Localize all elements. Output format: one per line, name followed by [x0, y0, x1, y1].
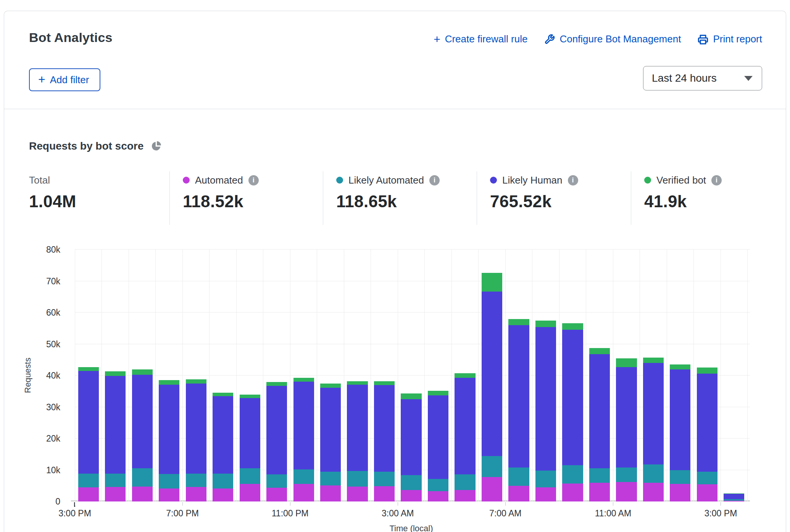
bar-segment-verified[interactable]	[562, 323, 583, 330]
bar-segment-automated[interactable]	[616, 482, 637, 501]
bar-segment-verified[interactable]	[508, 319, 529, 325]
stacked-bar-300pm[interactable]	[78, 250, 99, 501]
bar-segment-automated[interactable]	[293, 484, 314, 501]
bar-segment-likely_human[interactable]	[643, 363, 664, 464]
bar-segment-verified[interactable]	[697, 368, 717, 374]
bar-segment-automated[interactable]	[670, 484, 690, 501]
bar-segment-likely_human[interactable]	[562, 330, 583, 466]
bar-segment-likely_human[interactable]	[428, 395, 448, 479]
bar-segment-likely_automated[interactable]	[159, 474, 179, 488]
bar-segment-automated[interactable]	[374, 486, 395, 501]
bar-segment-verified[interactable]	[105, 371, 126, 376]
stacked-bar-200pm[interactable]	[697, 250, 717, 501]
bar-segment-likely_automated[interactable]	[697, 472, 717, 484]
bar-segment-automated[interactable]	[186, 487, 206, 501]
bar-segment-automated[interactable]	[428, 491, 448, 501]
stacked-bar-100pm[interactable]	[670, 250, 690, 501]
stacked-bar-700am[interactable]	[508, 250, 529, 501]
bar-segment-automated[interactable]	[482, 477, 502, 501]
stacked-bar-600am[interactable]	[482, 250, 502, 501]
bar-segment-likely_human[interactable]	[132, 375, 153, 468]
bar-segment-verified[interactable]	[374, 381, 395, 385]
bar-segment-automated[interactable]	[535, 487, 556, 501]
bar-segment-likely_automated[interactable]	[186, 474, 206, 487]
bar-segment-automated[interactable]	[508, 486, 529, 501]
bar-segment-likely_automated[interactable]	[616, 468, 637, 482]
stacked-bar-1200pm[interactable]	[643, 250, 664, 501]
stacked-bar-500pm[interactable]	[132, 250, 153, 501]
bar-segment-likely_automated[interactable]	[105, 474, 126, 487]
bar-segment-automated[interactable]	[643, 483, 664, 502]
bar-segment-likely_automated[interactable]	[670, 470, 690, 484]
bar-segment-automated[interactable]	[347, 487, 368, 501]
bar-segment-likely_human[interactable]	[401, 399, 421, 475]
stacked-bar-400pm[interactable]	[105, 250, 126, 501]
bar-segment-verified[interactable]	[78, 367, 99, 371]
bar-segment-likely_automated[interactable]	[562, 465, 583, 484]
bar-segment-likely_automated[interactable]	[482, 456, 502, 477]
bar-segment-likely_human[interactable]	[724, 494, 744, 499]
bar-segment-automated[interactable]	[213, 488, 233, 501]
bar-segment-automated[interactable]	[132, 487, 153, 501]
bar-segment-likely_human[interactable]	[159, 385, 179, 474]
bar-segment-likely_human[interactable]	[589, 354, 610, 468]
bar-segment-likely_automated[interactable]	[78, 474, 99, 487]
stacked-bar-700pm[interactable]	[186, 250, 206, 501]
bar-segment-verified[interactable]	[670, 364, 690, 369]
bar-segment-verified[interactable]	[132, 369, 153, 374]
bar-segment-likely_human[interactable]	[508, 325, 529, 468]
bar-segment-verified[interactable]	[401, 393, 421, 399]
stacked-bar-300am[interactable]	[401, 250, 421, 501]
bar-segment-likely_human[interactable]	[482, 292, 502, 456]
stacked-bar-800pm[interactable]	[213, 250, 233, 501]
bar-segment-likely_human[interactable]	[535, 327, 556, 471]
bar-segment-verified[interactable]	[240, 395, 260, 398]
bar-segment-automated[interactable]	[401, 490, 421, 501]
bar-segment-likely_human[interactable]	[697, 374, 717, 472]
bar-segment-verified[interactable]	[455, 373, 475, 378]
bar-segment-verified[interactable]	[482, 273, 502, 292]
bar-segment-likely_human[interactable]	[78, 371, 99, 473]
bar-segment-verified[interactable]	[213, 393, 233, 396]
bar-segment-likely_automated[interactable]	[240, 468, 260, 484]
stacked-bar-100am[interactable]	[347, 250, 368, 501]
info-icon[interactable]: i	[711, 175, 722, 185]
info-icon[interactable]: i	[429, 175, 440, 185]
bar-segment-verified[interactable]	[293, 378, 314, 382]
bar-segment-verified[interactable]	[320, 384, 341, 388]
bar-segment-automated[interactable]	[159, 488, 179, 501]
stacked-bar-800am[interactable]	[535, 250, 556, 501]
stacked-bar-200am[interactable]	[374, 250, 395, 501]
bar-segment-automated[interactable]	[562, 484, 583, 501]
stacked-bar-1000am[interactable]	[589, 250, 610, 501]
bar-segment-automated[interactable]	[240, 484, 260, 501]
bar-segment-automated[interactable]	[105, 487, 126, 501]
bar-segment-likely_human[interactable]	[374, 385, 395, 472]
bar-segment-verified[interactable]	[347, 381, 368, 385]
bar-segment-verified[interactable]	[535, 321, 556, 327]
stacked-bar-400am[interactable]	[428, 250, 448, 501]
bar-segment-automated[interactable]	[724, 501, 744, 501]
time-range-select[interactable]: Last 24 hours	[643, 66, 762, 90]
stacked-bar-1000pm[interactable]	[266, 250, 287, 501]
bar-segment-likely_human[interactable]	[616, 367, 637, 468]
bar-segment-likely_human[interactable]	[213, 396, 233, 474]
print-report-link[interactable]: Print report	[698, 33, 762, 45]
bar-segment-likely_automated[interactable]	[132, 468, 153, 487]
configure-bot-management-link[interactable]: Configure Bot Management	[544, 33, 681, 45]
bar-segment-automated[interactable]	[455, 490, 475, 501]
stacked-bar-1100pm[interactable]	[293, 250, 314, 501]
bar-segment-likely_automated[interactable]	[293, 469, 314, 484]
info-icon[interactable]: i	[568, 175, 578, 185]
bar-segment-likely_human[interactable]	[105, 376, 126, 474]
stacked-bar-600pm[interactable]	[159, 250, 179, 501]
bar-segment-likely_human[interactable]	[320, 388, 341, 472]
bar-segment-likely_human[interactable]	[293, 382, 314, 469]
bar-segment-verified[interactable]	[266, 382, 287, 386]
stacked-bar-900pm[interactable]	[240, 250, 260, 501]
bar-segment-automated[interactable]	[320, 485, 341, 501]
bar-segment-likely_automated[interactable]	[535, 471, 556, 487]
bar-segment-likely_human[interactable]	[240, 398, 260, 468]
create-firewall-rule-link[interactable]: + Create firewall rule	[434, 33, 527, 45]
bar-segment-automated[interactable]	[697, 484, 717, 501]
